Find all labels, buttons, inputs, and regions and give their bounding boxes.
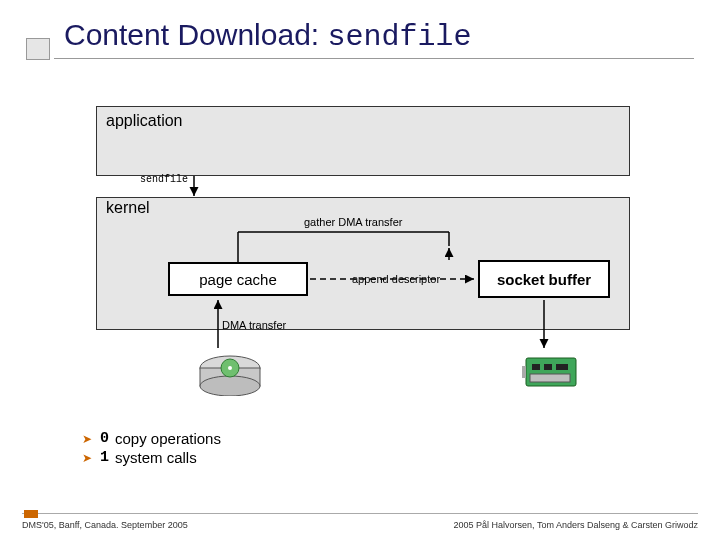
- svg-point-12: [228, 366, 232, 370]
- syscall-label: sendfile: [140, 174, 188, 185]
- bullet-syscalls: ➤ 1 system calls: [82, 449, 221, 466]
- bullet-count: 0: [100, 430, 109, 447]
- title-mono: sendfile: [328, 20, 472, 54]
- network-card-icon: [522, 352, 582, 392]
- slide-title: Content Download: sendfile: [64, 18, 684, 54]
- footer-rule: [22, 513, 698, 514]
- footer-accent: [24, 510, 38, 518]
- bullet-text: copy operations: [115, 430, 221, 447]
- svg-rect-15: [544, 364, 552, 370]
- svg-rect-18: [522, 366, 526, 378]
- hard-disk-icon: [195, 348, 265, 396]
- slide-accent: [26, 38, 50, 60]
- dma-transfer-label: DMA transfer: [222, 319, 286, 331]
- socket-buffer-label: socket buffer: [497, 271, 591, 288]
- socket-buffer-box: socket buffer: [478, 260, 610, 298]
- summary-bullets: ➤ 0 copy operations ➤ 1 system calls: [82, 430, 221, 468]
- application-label: application: [106, 112, 183, 130]
- svg-rect-14: [532, 364, 540, 370]
- footer-left: DMS'05, Banff, Canada. September 2005: [22, 520, 188, 530]
- svg-point-10: [200, 376, 260, 396]
- append-descriptor-label: append descriptor: [352, 273, 440, 285]
- bullet-copy-ops: ➤ 0 copy operations: [82, 430, 221, 447]
- bullet-text: system calls: [115, 449, 197, 466]
- gather-dma-label: gather DMA transfer: [304, 216, 402, 228]
- page-cache-box: page cache: [168, 262, 308, 296]
- page-cache-label: page cache: [199, 271, 277, 288]
- svg-rect-17: [530, 374, 570, 382]
- title-underline: [54, 58, 694, 59]
- bullet-count: 1: [100, 449, 109, 466]
- footer-right: 2005 Pål Halvorsen, Tom Anders Dalseng &…: [454, 520, 698, 530]
- kernel-label: kernel: [106, 199, 150, 217]
- title-prefix: Content Download:: [64, 18, 328, 51]
- svg-rect-16: [556, 364, 568, 370]
- bullet-icon: ➤: [82, 432, 92, 446]
- footer: DMS'05, Banff, Canada. September 2005 20…: [22, 520, 698, 530]
- bullet-icon: ➤: [82, 451, 92, 465]
